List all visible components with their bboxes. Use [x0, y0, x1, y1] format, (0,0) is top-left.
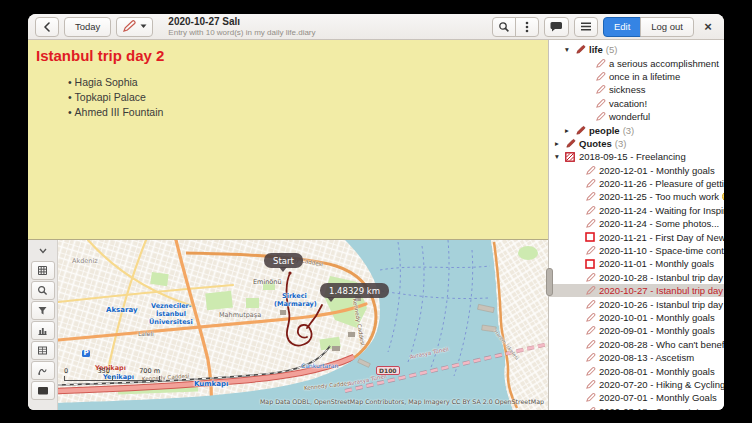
- splitter-grip-handle[interactable]: [546, 268, 553, 296]
- bullet-item: Topkapi Palace: [68, 90, 540, 105]
- tag-row[interactable]: ▸Quotes(3): [549, 137, 724, 150]
- scale-tick: 700 m: [139, 367, 160, 375]
- road-shield-d100: D100: [376, 366, 400, 375]
- zoom-search-icon: [37, 285, 48, 296]
- row-label: 2020-10-27 - Istanbul trip day 2: [599, 285, 724, 296]
- map-scale-bar: 0 350 700 m: [64, 367, 160, 381]
- entry-row[interactable]: 2020-08-28 - Who can't benefit from ...: [549, 338, 724, 351]
- map-label: Eminönü: [253, 279, 282, 286]
- back-button[interactable]: [35, 17, 59, 37]
- subtag-row[interactable]: sickness: [549, 83, 724, 96]
- close-window-button[interactable]: ×: [699, 18, 717, 36]
- map-label: Laleli: [138, 331, 154, 337]
- entry-row[interactable]: 2020-10-01 - Monthly goals: [549, 311, 724, 324]
- entry-row[interactable]: 2020-08-01 - Monthly goals: [549, 364, 724, 377]
- chapter-row[interactable]: ▾2018-09-15 - Freelancing: [549, 150, 724, 163]
- pencil-solid-icon: [564, 138, 576, 149]
- comments-button[interactable]: [544, 17, 569, 37]
- row-label: 2020-10-28 - Istanbul trip day 3: [599, 272, 724, 283]
- more-options-button[interactable]: [515, 17, 539, 37]
- map-tool-map-view[interactable]: [31, 381, 55, 400]
- map-label: Kumkapı: [194, 381, 228, 388]
- back-chevron-icon: [43, 22, 51, 32]
- entry-row[interactable]: 2020-11-24 - Waiting for Inspiration...: [549, 204, 724, 217]
- map-label: Sirkeci: [282, 293, 307, 300]
- subtag-row[interactable]: wonderful: [549, 110, 724, 123]
- pencil-solid-icon: [574, 125, 586, 136]
- expander-icon[interactable]: ▾: [553, 152, 561, 161]
- map-toolbar: [28, 240, 58, 410]
- pencil-icon: [594, 98, 606, 109]
- map-label: Cankurtaran: [301, 363, 338, 369]
- entry-row[interactable]: 2020-12-01 - Monthly goals: [549, 164, 724, 177]
- map-view-icon: [37, 385, 49, 396]
- row-label: 2020-11-24 - Some photos...: [599, 218, 719, 229]
- map-tool-bar-chart[interactable]: [31, 321, 55, 340]
- map-view[interactable]: Start 1.48329 km 0 350 700 m Map Data OD…: [58, 240, 548, 410]
- page-subtitle: Entry with 10 word(s) in my daily life.d…: [168, 28, 315, 37]
- expander-icon[interactable]: ▸: [553, 139, 561, 148]
- tag-count: (5): [606, 44, 618, 55]
- bullet-item: Ahmed III Fountain: [68, 105, 540, 120]
- entry-row[interactable]: 2020-11-10 - Space-time continuum: [549, 244, 724, 257]
- row-label: 2020-03-18 - Some stats: [599, 406, 704, 410]
- pencil-icon: [584, 178, 596, 189]
- map-tool-collapse-chevron[interactable]: [31, 241, 55, 260]
- entry-row[interactable]: 2020-09-01 - Monthly goals: [549, 324, 724, 337]
- map-label: Üniversitesi: [149, 319, 193, 326]
- row-label: vacation!: [609, 98, 647, 109]
- edit-button[interactable]: Edit: [603, 17, 641, 37]
- pencil-icon: [584, 392, 596, 403]
- search-button[interactable]: [492, 17, 516, 37]
- expander-icon[interactable]: ▸: [563, 126, 571, 135]
- map-tool-calendar-grid[interactable]: [31, 261, 55, 280]
- entry-row[interactable]: 2020-11-01 - Monthly goals: [549, 257, 724, 270]
- map-tool-table-grid[interactable]: [31, 341, 55, 360]
- entry-editor[interactable]: Istanbul trip day 2 Hagia Sophia Topkapi…: [28, 40, 548, 240]
- map-label: (Marmaray): [274, 301, 317, 308]
- entry-row[interactable]: 2020-08-13 - Ascetism: [549, 351, 724, 364]
- app-window: Today 2020-10-27 Salı Entry with 10 word…: [28, 14, 724, 410]
- map-tool-filter-funnel[interactable]: [31, 301, 55, 320]
- bullet-item: Hagia Sophia: [68, 75, 540, 90]
- entry-row[interactable]: 2020-11-26 - Pleasure of getting exac...: [549, 177, 724, 190]
- row-label: life: [589, 44, 603, 55]
- map-label: İstanbul: [156, 311, 186, 318]
- logout-button[interactable]: Log out: [640, 17, 694, 37]
- expander-icon[interactable]: ▾: [563, 45, 571, 54]
- draw-squiggle-icon: [37, 365, 48, 376]
- entry-row[interactable]: 2020-03-18 - Some stats: [549, 405, 724, 410]
- entry-row[interactable]: 2020-11-21 - First Day of New Covid R...: [549, 230, 724, 243]
- entry-row[interactable]: 2020-10-28 - Istanbul trip day 3: [549, 271, 724, 284]
- map-label: Akdeniz: [72, 258, 98, 265]
- pencil-icon: [584, 191, 596, 202]
- header-title-block: 2020-10-27 Salı Entry with 10 word(s) in…: [168, 16, 315, 37]
- entry-row[interactable]: 2020-11-25 - Too much work: [549, 190, 724, 203]
- tag-row[interactable]: ▸people(3): [549, 123, 724, 136]
- scale-tick: 0: [64, 367, 68, 375]
- desktop: { "header": { "back_label": "‹", "today_…: [0, 0, 752, 423]
- map-tool-zoom-search[interactable]: [31, 281, 55, 300]
- main-menu-button[interactable]: [574, 17, 598, 37]
- filter-funnel-icon: [37, 305, 48, 316]
- row-label: 2020-08-28 - Who can't benefit from ...: [599, 339, 724, 350]
- entry-row[interactable]: 2020-10-27 - Istanbul trip day 2: [549, 284, 724, 297]
- scale-tick: 350: [97, 367, 109, 375]
- entry-row[interactable]: 2020-07-01 - Monthly Goals: [549, 391, 724, 404]
- entry-row[interactable]: 2020-10-26 - Istanbul trip day 1: [549, 297, 724, 310]
- entry-row[interactable]: 2020-07-20 - Hiking & Cycling: [549, 378, 724, 391]
- row-label: sickness: [609, 84, 645, 95]
- subtag-row[interactable]: vacation!: [549, 97, 724, 110]
- entry-row[interactable]: 2020-11-24 - Some photos...: [549, 217, 724, 230]
- row-label: 2020-12-01 - Monthly goals: [599, 165, 715, 176]
- pane-splitter[interactable]: [548, 40, 549, 410]
- tag-row[interactable]: ▾life(5): [549, 43, 724, 56]
- bar-chart-icon: [37, 325, 48, 336]
- map-distance-tooltip: 1.48329 km: [320, 283, 389, 298]
- edit-entry-dropdown-button[interactable]: [116, 17, 153, 37]
- pencil-icon: [584, 379, 596, 390]
- subtag-row[interactable]: a serious accomplishment: [549, 56, 724, 69]
- map-tool-draw-squiggle[interactable]: [31, 361, 55, 380]
- subtag-row[interactable]: once in a lifetime: [549, 70, 724, 83]
- today-button[interactable]: Today: [64, 17, 111, 37]
